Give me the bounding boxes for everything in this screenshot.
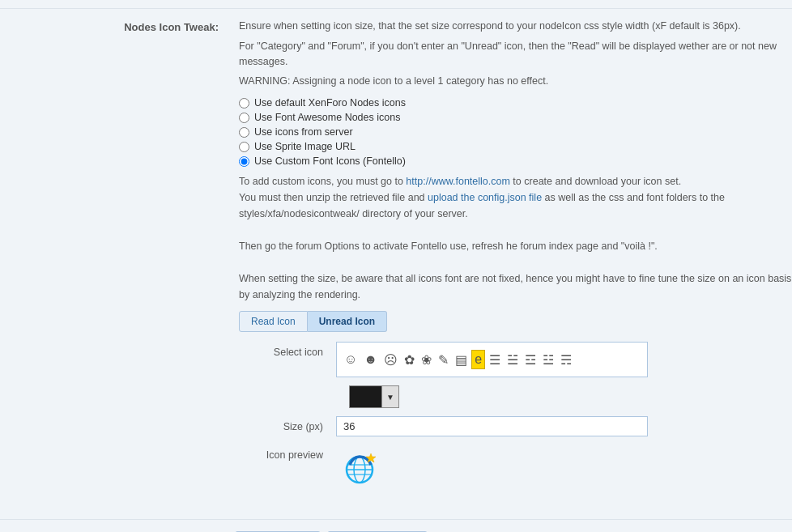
icon-preview-row: Icon preview — [239, 445, 792, 493]
radio-option-0: Use default XenForo Nodes icons — [239, 97, 792, 109]
radio-option-4: Use Custom Font Icons (Fontello) — [239, 155, 792, 167]
info-line1-post: to create and download your icon set. — [510, 176, 681, 187]
radio-label-1[interactable]: Use Font Awesome Nodes icons — [254, 112, 400, 123]
icon-char-11[interactable]: ☳ — [540, 351, 556, 369]
icon-char-2[interactable]: ☹ — [381, 351, 400, 369]
icon-char-3[interactable]: ✿ — [402, 351, 417, 369]
icon-selector[interactable]: ☺☻☹✿❀✎▤e☰☱☲☳☴ — [336, 342, 648, 377]
radio-option-3: Use Sprite Image URL — [239, 141, 792, 152]
info-line3: Then go the forum Options to activate Fo… — [239, 240, 658, 252]
icon-char-1[interactable]: ☻ — [361, 351, 380, 368]
select-icon-label: Select icon — [239, 342, 336, 358]
tab-read[interactable]: Read Icon — [239, 311, 308, 332]
icon-char-12[interactable]: ☴ — [558, 351, 574, 369]
size-label: Size (px) — [239, 416, 336, 432]
field-label: Nodes Icon Tweak: — [0, 19, 235, 33]
radio-label-4[interactable]: Use Custom Font Icons (Fontello) — [254, 155, 406, 167]
ie-icon — [342, 450, 379, 487]
icon-char-10[interactable]: ☲ — [522, 351, 539, 369]
icon-preview-area — [336, 445, 385, 493]
custom-font-info: To add custom icons, you must go to http… — [239, 173, 792, 303]
radio-option-1: Use Font Awesome Nodes icons — [239, 112, 792, 123]
radio-option-2: Use icons from server — [239, 126, 792, 138]
desc-line2: For "Category" and "Forum", if you don't… — [239, 39, 792, 70]
icon-char-5[interactable]: ✎ — [436, 351, 451, 369]
icon-preview-content — [336, 445, 792, 493]
warning-text: WARNING: Assigning a node icon to a leve… — [239, 74, 792, 89]
icon-char-6[interactable]: ▤ — [453, 351, 470, 369]
radio-input-0[interactable] — [239, 98, 249, 109]
size-content — [336, 416, 792, 436]
fontello-link[interactable]: http://www.fontello.com — [406, 176, 510, 187]
radio-input-2[interactable] — [239, 127, 249, 138]
icon-char-8[interactable]: ☰ — [487, 351, 503, 369]
size-input[interactable] — [336, 416, 648, 436]
color-dropdown-btn[interactable]: ▼ — [381, 385, 399, 408]
radio-label-2[interactable]: Use icons from server — [254, 126, 353, 138]
icon-char-7[interactable]: e — [471, 350, 485, 369]
radio-input-3[interactable] — [239, 142, 249, 152]
radio-label-0[interactable]: Use default XenForo Nodes icons — [254, 97, 406, 109]
select-icon-content: ☺☻☹✿❀✎▤e☰☱☲☳☴ — [336, 342, 792, 377]
tab-unread[interactable]: Unread Icon — [308, 311, 387, 332]
info-line2-pre: You must then unzip the retrieved file a… — [239, 192, 428, 203]
color-box[interactable] — [349, 385, 381, 408]
bottom-bar: Save Forum Delete Forum... — [0, 519, 792, 532]
radio-input-1[interactable] — [239, 113, 249, 123]
radio-options: Use default XenForo Nodes iconsUse Font … — [239, 97, 792, 167]
icon-char-0[interactable]: ☺ — [342, 351, 360, 368]
upload-config-link[interactable]: upload the config.json file — [428, 192, 542, 203]
icon-char-4[interactable]: ❀ — [419, 351, 434, 369]
radio-input-4[interactable] — [239, 156, 249, 167]
field-content: Ensure when setting icon size, that the … — [235, 19, 792, 501]
tabs-row: Read Icon Unread Icon — [239, 311, 792, 332]
info-line4: When setting the size, be aware that all… — [239, 273, 791, 300]
select-icon-row: Select icon ☺☻☹✿❀✎▤e☰☱☲☳☴ — [239, 342, 792, 377]
radio-label-3[interactable]: Use Sprite Image URL — [254, 141, 356, 152]
desc-line1: Ensure when setting icon size, that the … — [239, 19, 792, 34]
info-line1-pre: To add custom icons, you must go to — [239, 176, 406, 187]
icon-char-9[interactable]: ☱ — [505, 351, 521, 369]
icon-preview-label: Icon preview — [239, 445, 336, 461]
size-row: Size (px) — [239, 416, 792, 436]
color-picker-row: ▼ — [349, 385, 792, 408]
